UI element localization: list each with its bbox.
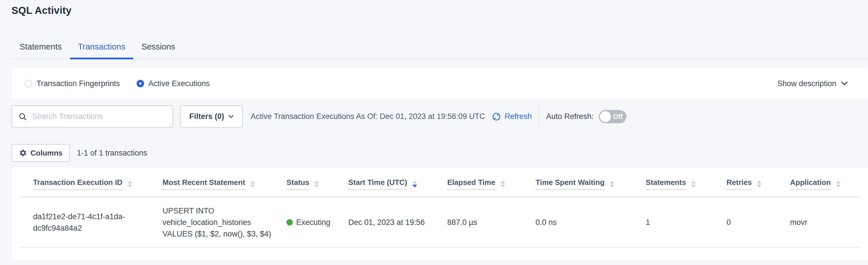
controls-row: Filters (0) Active Transaction Execution… <box>11 105 868 128</box>
executing-status-icon <box>286 219 293 226</box>
column-header-retries[interactable]: Retries <box>720 168 783 197</box>
cell-statements: 1 <box>639 197 720 247</box>
radio-selected-icon <box>136 80 144 87</box>
divider <box>539 106 539 127</box>
search-input[interactable] <box>32 112 166 121</box>
radio-label: Transaction Fingerprints <box>36 79 120 88</box>
asof-timestamp: Active Transaction Executions As Of: Dec… <box>251 112 485 121</box>
filters-label: Filters (0) <box>189 112 224 121</box>
radio-unselected-icon <box>25 80 32 87</box>
column-header-status[interactable]: Status <box>280 168 342 197</box>
search-box <box>11 105 173 128</box>
column-header-application[interactable]: Application <box>783 168 861 197</box>
cell-elapsed-time: 887.0 µs <box>441 197 529 247</box>
show-description-label: Show description <box>777 79 836 88</box>
sort-icon <box>691 181 696 187</box>
sort-icon <box>757 181 762 187</box>
column-header-most-recent-statement[interactable]: Most Recent Statement <box>156 168 280 197</box>
tab-bar: Statements Transactions Sessions <box>11 37 868 59</box>
column-header-statements[interactable]: Statements <box>639 168 720 197</box>
cell-retries: 0 <box>720 197 783 247</box>
sort-icon <box>610 181 614 187</box>
show-description-toggle[interactable]: Show description <box>777 79 855 88</box>
chevron-down-icon <box>841 81 848 86</box>
sql-activity-page: SQL Activity Statements Transactions Ses… <box>0 0 868 265</box>
page-title: SQL Activity <box>11 5 72 16</box>
refresh-icon <box>491 111 502 122</box>
tab-statements[interactable]: Statements <box>11 37 70 58</box>
refresh-button[interactable]: Refresh <box>491 111 532 122</box>
cell-time-spent-waiting: 0.0 ns <box>529 197 639 247</box>
sort-icon-active-desc <box>412 181 417 187</box>
results-count: 1-1 of 1 transactions <box>77 149 147 158</box>
sort-icon <box>836 181 841 187</box>
transactions-table-card: Transaction Execution ID Most Recent Sta… <box>11 168 868 261</box>
radio-label: Active Executions <box>148 79 210 88</box>
cell-most-recent-statement: UPSERT INTO vehicle_location_histories V… <box>156 197 280 247</box>
cell-application: movr <box>783 197 861 247</box>
auto-refresh-label: Auto Refresh: <box>546 112 594 121</box>
chevron-down-icon <box>228 115 234 118</box>
column-header-start-time[interactable]: Start Time (UTC) <box>342 168 441 197</box>
transactions-table: Transaction Execution ID Most Recent Sta… <box>19 168 861 248</box>
table-row: da1f21e2-de71-4c1f-a1da-dc9fc94a84a2 UPS… <box>19 197 861 247</box>
table-header-row: Transaction Execution ID Most Recent Sta… <box>19 168 861 197</box>
sort-icon <box>314 181 319 187</box>
auto-refresh-toggle[interactable]: Off <box>599 110 626 123</box>
columns-button[interactable]: Columns <box>11 144 70 162</box>
column-header-time-spent-waiting[interactable]: Time Spent Waiting <box>529 168 639 197</box>
status-label: Executing <box>296 217 331 228</box>
filters-button[interactable]: Filters (0) <box>180 105 243 128</box>
column-header-elapsed-time[interactable]: Elapsed Time <box>441 168 529 197</box>
radio-active-executions[interactable]: Active Executions <box>136 79 210 88</box>
toggle-state-label: Off <box>613 113 623 121</box>
tab-sessions[interactable]: Sessions <box>133 37 184 58</box>
cell-status: Executing <box>280 197 342 247</box>
toggle-knob <box>600 111 611 122</box>
view-mode-card: Transaction Fingerprints Active Executio… <box>11 68 868 99</box>
sort-icon <box>250 181 255 187</box>
cell-start-time: Dec 01, 2023 at 19:56 <box>342 197 441 247</box>
cell-transaction-execution-id: da1f21e2-de71-4c1f-a1da-dc9fc94a84a2 <box>19 197 156 247</box>
column-header-transaction-execution-id[interactable]: Transaction Execution ID <box>19 168 156 197</box>
tab-transactions[interactable]: Transactions <box>70 37 133 58</box>
gear-icon <box>19 149 27 157</box>
radio-transaction-fingerprints[interactable]: Transaction Fingerprints <box>25 79 120 88</box>
sort-icon <box>500 181 505 187</box>
table-toolbar: Columns 1-1 of 1 transactions <box>11 144 147 162</box>
sort-icon <box>128 181 132 187</box>
refresh-label: Refresh <box>504 112 532 121</box>
search-icon <box>19 112 27 121</box>
columns-label: Columns <box>30 149 62 158</box>
